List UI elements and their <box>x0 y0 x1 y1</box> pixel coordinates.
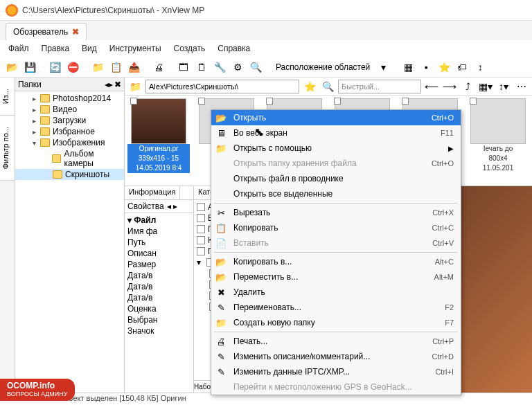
ctx-shortcut: F7 <box>445 318 454 327</box>
menubar: Файл Правка Вид Инструменты Создать Спра… <box>0 40 532 57</box>
menu-view[interactable]: Вид <box>76 42 103 55</box>
ctx-label: Вставить <box>233 238 427 248</box>
ctx-item[interactable]: Открыть все выделенные <box>211 186 461 201</box>
batch-icon[interactable]: ⚙ <box>230 60 245 75</box>
folder-tree[interactable]: ▸Photoshop2014 ▸Видео ▸Загрузки ▸Избранн… <box>15 91 124 393</box>
ctx-item[interactable]: 📂Переместить в...Alt+M <box>211 269 461 285</box>
tree-item-selected: Скриншоты <box>15 169 124 180</box>
info-row: Размер <box>127 259 190 270</box>
up-icon[interactable]: ⤴ <box>460 79 475 94</box>
ctx-label: Создать новую папку <box>233 318 439 327</box>
sort-dropdown-icon[interactable]: ↕▾ <box>496 79 511 94</box>
ctx-label: Копировать <box>233 223 427 233</box>
ctx-item: 📄ВставитьCtrl+V <box>211 235 461 251</box>
main-toolbar: 📂 💾 🔄 ⛔ 📁 📋 📤 🖨 🗔 🗒 🔧 ⚙ 🔍 Расположение о… <box>0 57 532 78</box>
close-icon[interactable]: ✖ <box>72 27 79 37</box>
ctx-item[interactable]: ✎Переименовать...F2 <box>211 300 461 315</box>
ctx-shortcut: Ctrl+I <box>435 368 454 376</box>
ctx-item[interactable]: ✎Изменить данные IPTC/XMP...Ctrl+I <box>211 364 461 379</box>
ctx-item[interactable]: ✂ВырезатьCtrl+X <box>211 205 461 220</box>
ctx-shortcut: F11 <box>441 129 454 137</box>
thumbs-icon[interactable]: 🗔 <box>176 60 191 75</box>
left-pane: Из... Фильтр по... Папки ◂▸ ✖ ▸Photoshop… <box>0 78 125 393</box>
thumbnail-selected[interactable]: Оригинал.pr 339x416 - 15 14.05.2019 8:4 <box>127 98 190 183</box>
thumbnail[interactable]: Іечать до 800x4 11.05.201 <box>467 98 529 183</box>
menu-tools[interactable]: Инструменты <box>104 42 167 55</box>
address-bar: 📁 Alex\Pictures\Скриншоты\ ⭐ 🔍 Быстрый..… <box>125 78 532 96</box>
ctx-label: Переместить в... <box>233 272 429 282</box>
save-icon[interactable]: 💾 <box>22 60 37 75</box>
dropdown-icon[interactable]: ▾ <box>375 60 391 75</box>
ctx-label: Открыть файл в проводнике <box>233 174 454 183</box>
ctx-item[interactable]: Открыть файл в проводнике <box>211 171 461 186</box>
ctx-item[interactable]: 📁Создать новую папкуF7 <box>211 315 461 330</box>
pin-icon[interactable]: ◂▸ <box>105 80 113 89</box>
tag-icon[interactable]: 🏷 <box>454 60 470 75</box>
print-icon[interactable]: 🖨 <box>151 60 166 75</box>
forward-icon[interactable]: ⟶ <box>442 79 457 94</box>
ctx-shortcut: Ctrl+D <box>432 352 454 361</box>
open-icon[interactable]: 📂 <box>4 60 19 75</box>
ctx-shortcut: Ctrl+O <box>432 159 454 168</box>
star-icon[interactable]: ⭐ <box>436 60 452 75</box>
favorite-icon[interactable]: ⭐ <box>302 79 317 94</box>
ctx-item[interactable]: 📂Копировать в...Alt+C <box>211 254 461 269</box>
info-row: Оценка <box>127 303 190 314</box>
menu-edit[interactable]: Правка <box>36 42 76 55</box>
folder-icon[interactable]: 📁 <box>127 79 143 94</box>
copy-icon[interactable]: 📋 <box>108 60 123 75</box>
layout2-icon[interactable]: ▪ <box>418 60 434 75</box>
search-icon[interactable]: 🔍 <box>248 60 263 75</box>
scroll-arrows[interactable]: ◂ ▸ <box>167 201 177 211</box>
quick-search[interactable]: Быстрый... <box>338 80 421 93</box>
tab-info[interactable]: Информация <box>125 186 180 199</box>
convert-icon[interactable]: 🔧 <box>212 60 227 75</box>
menu-file[interactable]: Файл <box>3 42 35 55</box>
close-pane-icon[interactable]: ✖ <box>114 80 121 89</box>
refresh-icon[interactable]: 🔄 <box>47 60 62 75</box>
info-row: Значок <box>127 325 190 336</box>
ctx-item[interactable]: 📋КопироватьCtrl+C <box>211 220 461 235</box>
more-icon[interactable]: ⋯ <box>514 79 529 94</box>
ctx-item[interactable]: 🖨Печать...Ctrl+P <box>211 334 461 349</box>
ctx-label: Открыть все выделенные <box>233 189 454 199</box>
cancel-icon[interactable]: ⛔ <box>65 60 80 75</box>
layout1-icon[interactable]: ▦ <box>400 60 416 75</box>
ctx-item[interactable]: ✎Изменить описание/комментарий...Ctrl+D <box>211 349 461 364</box>
folders-header: Папки ◂▸ ✖ <box>15 78 124 91</box>
window-title: C:\Users\Alex\Pictures\Скриншоты\ - XnVi… <box>22 6 204 15</box>
ctx-shortcut: Alt+C <box>435 258 454 266</box>
view-dropdown-icon[interactable]: ▦▾ <box>478 79 493 94</box>
vtab-favorites[interactable]: Из... <box>0 78 15 116</box>
info-row: Имя фа <box>127 226 190 237</box>
back-icon[interactable]: ⟵ <box>424 79 439 94</box>
ctx-item[interactable]: 📂ОткрытьCtrl+O <box>211 110 461 125</box>
folder-icon <box>40 94 50 102</box>
folder-up-icon[interactable]: 📁 <box>90 60 105 75</box>
mouse-cursor: ⬉ <box>254 125 263 138</box>
address-input[interactable]: Alex\Pictures\Скриншоты\ <box>145 80 299 93</box>
tab-browser[interactable]: Обозреватель ✖ <box>6 23 87 40</box>
menu-help[interactable]: Справка <box>212 42 256 55</box>
list-icon[interactable]: 🗒 <box>194 60 209 75</box>
info-row: Дата/в <box>127 281 190 292</box>
ctx-shortcut: Ctrl+X <box>432 208 454 217</box>
info-row: Путь <box>127 237 190 248</box>
thumb-checkbox[interactable] <box>130 98 137 105</box>
ctx-icon: ✎ <box>214 303 228 313</box>
refresh-icon[interactable]: 🔍 <box>320 79 335 94</box>
ctx-item[interactable]: 🖥Во весь экранF11 <box>211 125 461 141</box>
info-group: ▾ Файл <box>127 215 190 226</box>
tab-props[interactable]: Свойства <box>127 201 164 211</box>
folder-icon <box>52 154 61 163</box>
ctx-item[interactable]: 📁Открыть с помощью▶ <box>211 141 461 156</box>
ctx-label: Открыть с помощью <box>233 143 443 153</box>
folder-icon <box>40 116 50 125</box>
move-icon[interactable]: 📤 <box>126 60 141 75</box>
ctx-icon: 📂 <box>214 257 228 267</box>
menu-create[interactable]: Создать <box>168 42 211 55</box>
document-tabbar: Обозреватель ✖ <box>0 21 532 40</box>
ctx-item[interactable]: ✖Удалить <box>211 285 461 300</box>
sort-icon[interactable]: ↕ <box>472 60 488 75</box>
vtab-filter[interactable]: Фильтр по... <box>0 116 15 181</box>
